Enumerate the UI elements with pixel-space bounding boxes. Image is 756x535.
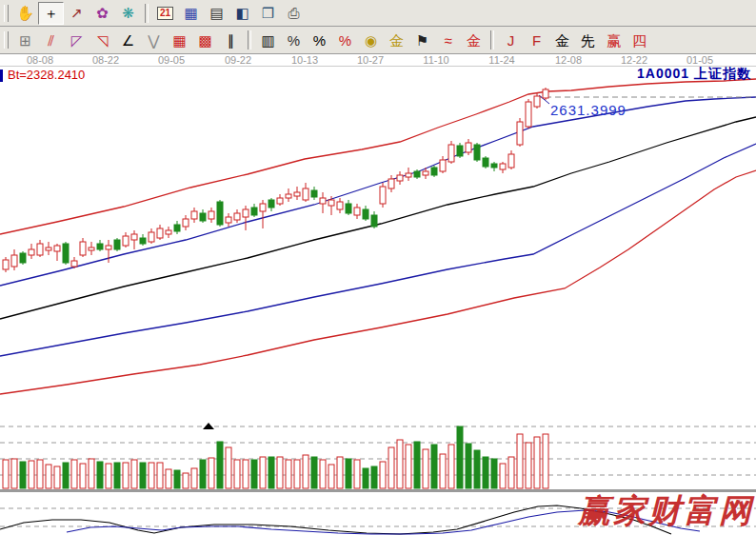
candle-body: [431, 168, 437, 175]
candle-body: [491, 164, 497, 168]
volume-bar: [414, 442, 420, 488]
volume-bar: [440, 454, 446, 488]
candle-body: [29, 249, 34, 255]
candle-body: [89, 248, 94, 250]
volume-bar: [431, 445, 437, 488]
candle-body: [251, 208, 257, 215]
chart-area[interactable]: 08-0808-2209-0509-2210-1310-2711-1011-24…: [0, 54, 756, 535]
x-axis-tick: 10-13: [291, 54, 318, 66]
candle-body: [37, 244, 43, 255]
volume-bar: [226, 447, 231, 488]
volume-bar: [63, 463, 69, 488]
indicator-value-label: Bt=2328.2410: [8, 68, 85, 82]
x-axis-tick: 01-05: [686, 54, 713, 66]
x-axis-tick: 08-22: [92, 54, 119, 66]
candle-body: [388, 179, 394, 188]
volume-bar: [11, 459, 17, 488]
volume-bar: [363, 468, 368, 488]
candle-body: [371, 215, 377, 227]
volume-bar: [380, 462, 386, 488]
candle-body: [174, 225, 180, 231]
lower-band-red: [0, 170, 756, 394]
price-callout: 2631.3999: [550, 102, 627, 118]
candle-body: [500, 164, 506, 169]
volume-bar: [234, 460, 240, 488]
volume-bar: [97, 462, 103, 488]
candle-body: [517, 122, 523, 145]
volume-bar: [191, 468, 197, 488]
candle-body: [406, 173, 411, 177]
volume-bar: [243, 460, 249, 488]
volume-bar: [54, 466, 60, 488]
candle-body: [3, 260, 9, 269]
candle-body: [157, 228, 163, 238]
candle-body: [543, 89, 548, 98]
volume-bar: [89, 459, 94, 488]
candle-body: [346, 204, 351, 213]
candle-body: [63, 244, 69, 263]
volume-bar: [131, 460, 137, 488]
candle-body: [414, 171, 420, 177]
volume-bar: [508, 457, 514, 488]
volume-bar: [183, 473, 189, 488]
candle-body: [526, 102, 531, 127]
volume-bar: [29, 461, 34, 488]
watermark: 赢家财富网: [578, 489, 754, 533]
candle-body: [11, 255, 17, 267]
candle-body: [243, 209, 249, 217]
volume-bar: [71, 460, 77, 488]
volume-bar: [157, 463, 163, 488]
candle-body: [277, 198, 283, 204]
volume-bar: [491, 459, 497, 488]
volume-bar: [260, 457, 266, 488]
candle-body: [80, 242, 86, 255]
x-axis-tick: 10-27: [357, 54, 384, 66]
oscillator-black-line: [0, 505, 671, 534]
volume-bar: [106, 464, 111, 488]
volume-bar: [114, 463, 120, 488]
volume-bar: [397, 440, 403, 488]
volume-bar: [328, 465, 334, 488]
candle-body: [191, 211, 197, 219]
volume-bar: [543, 434, 548, 488]
x-axis-tick: 12-08: [555, 54, 582, 66]
volume-bar: [448, 445, 454, 488]
candle-body: [226, 217, 231, 223]
corner-tick: [0, 69, 3, 82]
volume-bar: [423, 449, 428, 488]
candle-body: [200, 213, 206, 221]
symbol-code: 1A0001: [637, 66, 689, 81]
candle-body: [534, 96, 540, 107]
volume-bar: [269, 457, 274, 488]
candle-body: [123, 236, 129, 246]
symbol-name: 上证指数: [694, 66, 751, 81]
candle-body: [54, 246, 60, 251]
candle-body: [234, 213, 240, 220]
volume-bar: [311, 457, 317, 488]
candle-body: [166, 230, 171, 234]
volume-bar: [517, 434, 523, 488]
candle-body: [97, 244, 103, 249]
candle-body: [423, 171, 428, 175]
volume-bar: [320, 460, 326, 488]
volume-bar: [174, 470, 180, 488]
x-axis-tick: 09-05: [158, 54, 185, 66]
x-axis-tick: 12-22: [621, 54, 647, 66]
volume-bar: [354, 460, 360, 488]
candle-body: [457, 146, 463, 156]
candle-body: [466, 143, 471, 152]
candle-body: [286, 194, 291, 198]
candle-body: [483, 158, 488, 167]
volume-bar: [20, 462, 26, 488]
candle-body: [328, 200, 334, 206]
volume-bar: [337, 457, 343, 488]
candle-body: [474, 145, 480, 160]
volume-bar: [3, 460, 9, 488]
candle-body: [363, 209, 368, 219]
candle-body: [337, 202, 343, 209]
volume-bar: [37, 460, 43, 488]
upper-mid-blue: [0, 97, 756, 286]
volume-bar: [217, 442, 223, 488]
candle-body: [380, 187, 386, 204]
volume-bar: [294, 460, 300, 488]
